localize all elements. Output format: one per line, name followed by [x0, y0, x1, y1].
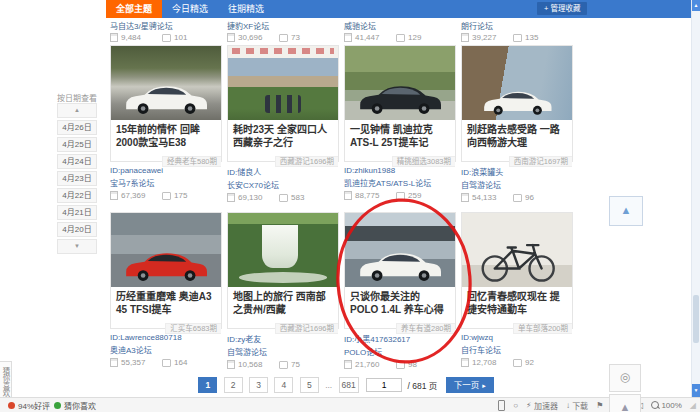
series-badge: 西南游记1697期: [509, 156, 572, 167]
author-id-link[interactable]: ID:panaceawei: [110, 166, 222, 175]
card-stats: 54,133 96: [461, 193, 573, 202]
card-audi-q5-dali[interactable]: 别赶路去感受路 一路向西畅游大理 西南游记1697期 ID:浪菜罐头 自驾游论坛…: [461, 45, 573, 202]
card-body[interactable]: 回忆青春感叹现在 提捷安特通勤车 单车部落200期: [461, 212, 573, 329]
card-photo[interactable]: [345, 213, 455, 287]
prev-card-footer: 朗行论坛 39,227 135: [461, 20, 573, 42]
author-id-link[interactable]: ID:小黑417632617: [344, 333, 456, 344]
card-photo[interactable]: [345, 46, 455, 120]
posts-icon: [227, 360, 235, 369]
forum-link[interactable]: 自驾游论坛: [461, 179, 573, 190]
qr-code-button[interactable]: ◎: [609, 364, 641, 392]
date-item[interactable]: 4月24日: [57, 154, 97, 169]
accelerator-button[interactable]: ⚡ 加速器: [526, 400, 558, 411]
zoom-control[interactable]: 100%: [651, 401, 682, 410]
resize-grip-icon[interactable]: ◢: [690, 401, 696, 410]
scrollbar-down-arrow[interactable]: ▼: [692, 384, 700, 397]
card-body[interactable]: 耗时23天 全家四口人西藏亲子之行 西藏游记1696期: [227, 45, 339, 162]
forum-link[interactable]: 自驾游论坛: [227, 346, 339, 357]
forum-link[interactable]: 捷豹XF论坛: [227, 20, 339, 31]
forum-link[interactable]: 宝马7系论坛: [110, 177, 222, 188]
author-id-link[interactable]: ID:zy老友: [227, 333, 339, 344]
download-button[interactable]: ↓ 下载: [566, 400, 588, 411]
author-id-link[interactable]: ID:浪菜罐头: [461, 166, 573, 177]
card-stats: 12,708 92: [461, 358, 573, 367]
page-button-3[interactable]: 3: [249, 377, 268, 393]
flag-icon[interactable]: ⚑: [596, 401, 603, 410]
author-id-link[interactable]: ID:zhikun1988: [344, 166, 456, 175]
card-title[interactable]: 一见钟情 凯迪拉克ATS-L 25T提车记: [345, 120, 455, 150]
page-button-last[interactable]: 681: [339, 377, 359, 393]
card-body[interactable]: 历经重重磨难 奥迪A3 45 TFSI提车 汇买车6583期: [110, 212, 222, 329]
page-input[interactable]: [366, 378, 402, 392]
card-body[interactable]: 地图上的旅行 西南部之贵州/西藏 西藏游记1696期: [227, 212, 339, 329]
collage-banner: [232, 48, 334, 54]
card-title[interactable]: 只谈你最关注的 POLO 1.4L 养车心得: [345, 287, 455, 317]
card-body[interactable]: 别赶路去感受路 一路向西畅游大理 西南游记1697期: [461, 45, 573, 162]
card-body[interactable]: 15年前的情怀 回眸2000款宝马E38 经典老车580期: [110, 45, 222, 162]
forum-link[interactable]: 马自达3/星骋论坛: [110, 20, 222, 31]
card-photo[interactable]: [462, 213, 572, 287]
card-title[interactable]: 别赶路去感受路 一路向西畅游大理: [462, 120, 572, 150]
forum-link[interactable]: 朗行论坛: [461, 20, 573, 31]
site-rating[interactable]: 94%好评: [4, 400, 50, 411]
page-button-2[interactable]: 2: [224, 377, 243, 393]
forum-link[interactable]: 凯迪拉克ATS/ATS-L论坛: [344, 177, 456, 188]
forum-link[interactable]: 自行车论坛: [461, 344, 573, 355]
card-waterfall-trip[interactable]: 地图上的旅行 西南部之贵州/西藏 西藏游记1696期 ID:zy老友 自驾游论坛…: [227, 212, 339, 369]
next-page-button[interactable]: 下一页▸: [446, 377, 494, 393]
author-id-link[interactable]: ID:Lawrence880718: [110, 333, 222, 342]
card-title[interactable]: 15年前的情怀 回眸2000款宝马E38: [111, 120, 221, 150]
date-item[interactable]: 4月25日: [57, 137, 97, 152]
card-title[interactable]: 地图上的旅行 西南部之贵州/西藏: [228, 287, 338, 317]
page-button-1[interactable]: 1: [198, 377, 217, 393]
recommend-toggle[interactable]: 猜你喜欢: [50, 400, 96, 411]
date-item[interactable]: 4月22日: [57, 188, 97, 203]
back-to-top-button[interactable]: ▲: [609, 394, 641, 412]
scrollbar-thumb[interactable]: [693, 295, 699, 343]
date-item[interactable]: 4月21日: [57, 205, 97, 220]
card-bmw-e38[interactable]: 15年前的情怀 回眸2000款宝马E38 经典老车580期 ID:panacea…: [110, 45, 222, 200]
date-item[interactable]: 4月20日: [57, 222, 97, 237]
card-photo[interactable]: [111, 213, 221, 287]
date-scroll-down-icon[interactable]: ▼: [57, 239, 97, 254]
card-title[interactable]: 回忆青春感叹现在 提捷安特通勤车: [462, 287, 572, 317]
scrollbar-up-arrow[interactable]: ▲: [692, 0, 700, 11]
forum-link[interactable]: POLO论坛: [344, 346, 456, 357]
author-id-link[interactable]: ID:储良人: [227, 166, 339, 177]
author-id-link[interactable]: ID:wjwzq: [461, 333, 573, 342]
posts-icon: [110, 358, 118, 367]
card-tibet-family-trip[interactable]: 耗时23天 全家四口人西藏亲子之行 西藏游记1696期 ID:储良人 长安CX7…: [227, 45, 339, 202]
tab-past-featured[interactable]: 往期精选: [218, 0, 274, 18]
card-photo[interactable]: [462, 46, 572, 120]
car-illustration: [120, 77, 212, 117]
card-audi-a3[interactable]: 历经重重磨难 奥迪A3 45 TFSI提车 汇买车6583期 ID:Lawren…: [110, 212, 222, 367]
vertical-scrollbar[interactable]: ▲ ▼: [691, 0, 700, 397]
session-icon[interactable]: ○: [513, 401, 518, 410]
card-polo-maintenance[interactable]: 只谈你最关注的 POLO 1.4L 养车心得 养车有道280期 ID:小黑417…: [344, 212, 456, 369]
page-button-4[interactable]: 4: [274, 377, 293, 393]
browser-status-bar: 94%好评 猜你喜欢 ○ ⚡ 加速器 ↓ 下载 ⚑ ○ □ ◁ 100% ◢: [0, 397, 700, 412]
card-photo[interactable]: [228, 46, 338, 120]
date-item[interactable]: 4月23日: [57, 171, 97, 186]
date-scroll-up-icon[interactable]: ▲: [57, 103, 97, 118]
scroll-up-float-button[interactable]: ▲: [609, 196, 643, 226]
tab-all-topics[interactable]: 全部主题: [106, 0, 162, 18]
forum-link[interactable]: 威驰论坛: [344, 20, 456, 31]
forum-link[interactable]: 奥迪A3论坛: [110, 344, 222, 355]
card-photo[interactable]: [111, 46, 221, 120]
tab-today-featured[interactable]: 今日精选: [162, 0, 218, 18]
phone-icon[interactable]: [498, 400, 505, 411]
card-giant-bicycle[interactable]: 回忆青春感叹现在 提捷安特通勤车 单车部落200期 ID:wjwzq 自行车论坛…: [461, 212, 573, 367]
page-button-5[interactable]: 5: [300, 377, 319, 393]
card-body[interactable]: 一见钟情 凯迪拉克ATS-L 25T提车记 精挑细选3083期: [344, 45, 456, 162]
card-photo[interactable]: [228, 213, 338, 287]
forum-link[interactable]: 长安CX70论坛: [227, 179, 339, 190]
posts-icon: [227, 193, 235, 202]
card-title[interactable]: 耗时23天 全家四口人西藏亲子之行: [228, 120, 338, 150]
manage-favorites-button[interactable]: + 管理收藏: [537, 2, 587, 15]
card-cadillac-ats-l[interactable]: 一见钟情 凯迪拉克ATS-L 25T提车记 精挑细选3083期 ID:zhiku…: [344, 45, 456, 200]
card-body[interactable]: 只谈你最关注的 POLO 1.4L 养车心得 养车有道280期: [344, 212, 456, 329]
card-title[interactable]: 历经重重磨难 奥迪A3 45 TFSI提车: [111, 287, 221, 317]
date-item[interactable]: 4月26日: [57, 120, 97, 135]
posts-icon: [461, 33, 469, 42]
